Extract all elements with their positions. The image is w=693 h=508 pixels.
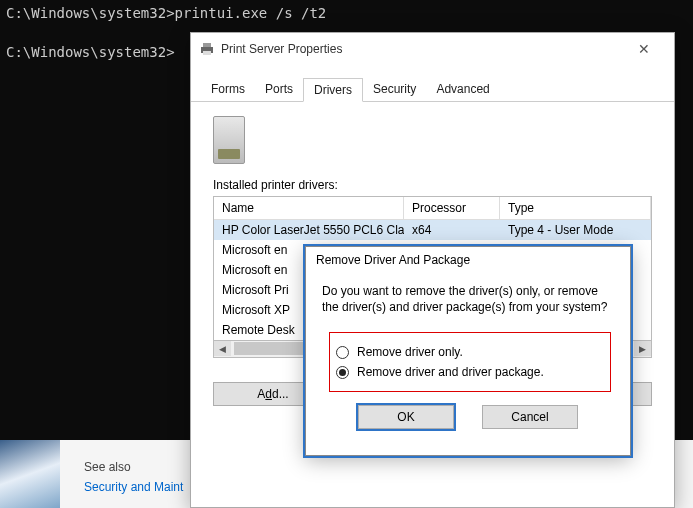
tab-forms[interactable]: Forms	[201, 78, 255, 102]
task-strip	[0, 440, 60, 508]
cancel-button[interactable]: Cancel	[482, 405, 578, 429]
table-header: Name Processor Type	[214, 197, 651, 220]
table-row[interactable]: HP Color LaserJet 5550 PCL6 Clas... x64 …	[214, 220, 651, 240]
radio-unchecked-icon	[336, 346, 349, 359]
subdialog-body: Do you want to remove the driver(s) only…	[306, 273, 630, 439]
server-icon	[213, 116, 245, 164]
dialog-title: Print Server Properties	[221, 42, 622, 56]
cell-proc: x64	[404, 220, 500, 240]
subdialog-title: Remove Driver And Package	[306, 247, 630, 273]
radio-driver-and-package[interactable]: Remove driver and driver package.	[336, 365, 604, 379]
radio-label: Remove driver and driver package.	[357, 365, 544, 379]
cmd-line-1: C:\Windows\system32>printui.exe /s /t2	[6, 4, 687, 24]
radio-group: Remove driver only. Remove driver and dr…	[330, 333, 610, 391]
scroll-right-icon[interactable]: ▶	[634, 341, 651, 356]
svg-rect-1	[203, 43, 211, 47]
tab-drivers[interactable]: Drivers	[303, 78, 363, 102]
scroll-left-icon[interactable]: ◀	[214, 341, 231, 356]
subdialog-question: Do you want to remove the driver(s) only…	[322, 283, 614, 315]
ok-button[interactable]: OK	[358, 405, 454, 429]
tabstrip: Forms Ports Drivers Security Advanced	[191, 77, 674, 102]
radio-checked-icon	[336, 366, 349, 379]
titlebar[interactable]: Print Server Properties ✕	[191, 33, 674, 65]
remove-driver-dialog: Remove Driver And Package Do you want to…	[305, 246, 631, 456]
see-also-heading: See also	[84, 460, 183, 474]
tab-advanced[interactable]: Advanced	[426, 78, 499, 102]
cell-type: Type 4 - User Mode	[500, 220, 651, 240]
radio-label: Remove driver only.	[357, 345, 463, 359]
close-button[interactable]: ✕	[622, 35, 666, 63]
svg-rect-2	[203, 51, 211, 55]
col-type[interactable]: Type	[500, 197, 651, 219]
col-name[interactable]: Name	[214, 197, 404, 219]
security-link[interactable]: Security and Maint	[84, 480, 183, 494]
col-processor[interactable]: Processor	[404, 197, 500, 219]
tab-ports[interactable]: Ports	[255, 78, 303, 102]
tab-security[interactable]: Security	[363, 78, 426, 102]
cp-text: See also Security and Maint	[84, 460, 183, 500]
printer-icon	[199, 41, 215, 57]
cell-name: HP Color LaserJet 5550 PCL6 Clas...	[214, 220, 404, 240]
subdialog-buttons: OK Cancel	[322, 405, 614, 429]
radio-driver-only[interactable]: Remove driver only.	[336, 345, 604, 359]
list-label: Installed printer drivers:	[213, 178, 652, 192]
